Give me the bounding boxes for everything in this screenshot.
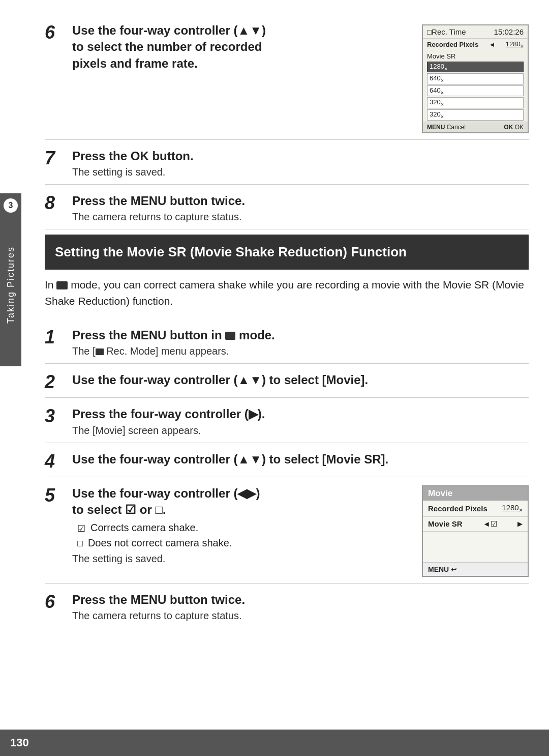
step-8-first-title: Press the MENU button twice. <box>72 193 529 209</box>
movie-screen-spacer <box>423 532 528 562</box>
rec-time: 15:02:26 <box>494 27 524 36</box>
step-num-5-new: 5 <box>45 486 72 505</box>
step-num-6-top: 6 <box>45 23 72 42</box>
rec-screen-items: 1280× 640× 640× 320× 320× <box>423 62 528 121</box>
step-5-desc: The setting is saved. <box>72 553 413 565</box>
step-5-item-2-text: Does not correct camera shake. <box>88 537 232 549</box>
step-6-bottom-row: 6 Press the MENU button twice. The camer… <box>45 592 529 622</box>
step-num-2-new: 2 <box>45 373 72 391</box>
chapter-number: 3 <box>4 198 18 213</box>
step-2-new-content: Use the four-way controller (▲▼) to sele… <box>72 372 529 390</box>
step-5-list: ☑ Corrects camera shake. □ Does not corr… <box>77 522 413 549</box>
step-6-top-text: 6 Use the four-way controller (▲▼) to se… <box>45 22 412 74</box>
movie-screen-sr-row: Movie SR ◄☑ ▶ <box>423 517 528 532</box>
movie-menu-label: MENU ↩ <box>428 565 457 573</box>
step-1-new-row: 1 Press the MENU button in mode. The [ R… <box>45 327 529 357</box>
step-1-new-title: Press the MENU button in mode. <box>72 327 529 343</box>
step-8-first-content: Press the MENU button twice. The camera … <box>72 193 529 223</box>
step-3-new-content: Press the four-way controller (▶). The [… <box>72 406 529 436</box>
chapter-label: Taking Pictures <box>6 246 16 324</box>
rec-item-2: 640× <box>427 85 524 97</box>
movie-pixels-value: 1280× <box>502 503 523 514</box>
rec-item-1: 640× <box>427 73 524 84</box>
page-number: 130 <box>10 736 29 749</box>
movie-pixels-label: Recorded Pixels <box>428 504 487 513</box>
checkbox-empty-icon: □ <box>77 538 83 549</box>
checkbox-checked-icon: ☑ <box>77 523 85 534</box>
step-3-new-row: 3 Press the four-way controller (▶). The… <box>45 406 529 436</box>
rec-pixels-row: Recorded Pixels ◄ 1280× <box>423 39 528 51</box>
step-5-new-content: Use the four-way controller (◀▶) to sele… <box>72 485 529 577</box>
step-7-content: Press the OK button. The setting is save… <box>72 148 529 178</box>
step-7-title: Press the OK button. <box>72 148 529 164</box>
step-5-title: Use the four-way controller (◀▶) to sele… <box>72 485 413 518</box>
step-4-new-row: 4 Use the four-way controller (▲▼) to se… <box>45 451 529 471</box>
step-5-new: 5 Use the four-way controller (◀▶) to se… <box>45 477 529 584</box>
step-4-new-title: Use the four-way controller (▲▼) to sele… <box>72 451 529 468</box>
section-title: Setting the Movie SR (Movie Shake Reduct… <box>55 244 407 259</box>
step-6-top-row: 6 Use the four-way controller (▲▼) to se… <box>45 22 412 74</box>
step-8-first-row: 8 Press the MENU button twice. The camer… <box>45 193 529 223</box>
movie-sr-value: ◄☑ <box>483 519 497 529</box>
rec-screen-header: □Rec. Time 15:02:26 <box>423 25 528 39</box>
step-5-item-1-text: Corrects camera shake. <box>90 522 198 534</box>
step-4-new-content: Use the four-way controller (▲▼) to sele… <box>72 451 529 470</box>
step-6-top-content: Use the four-way controller (▲▼) to sele… <box>72 22 412 74</box>
step-num-6-bottom: 6 <box>45 593 72 611</box>
step-6-top: 6 Use the four-way controller (▲▼) to se… <box>45 14 529 140</box>
step-5-new-row: 5 Use the four-way controller (◀▶) to se… <box>45 485 529 577</box>
arrow-right-icon: ▶ <box>517 520 523 528</box>
rec-pixels-label: Recorded Pixels <box>427 41 478 48</box>
step-1-new-desc: The [ Rec. Mode] menu appears. <box>72 345 529 357</box>
movie-screen: Movie Recorded Pixels 1280× Movie SR ◄☑ … <box>422 485 529 577</box>
movie-screen-footer: MENU ↩ <box>423 562 528 576</box>
step-6-top-layout: 6 Use the four-way controller (▲▼) to se… <box>45 22 529 133</box>
rec-item-3: 320× <box>427 97 524 108</box>
step-8-first: 8 Press the MENU button twice. The camer… <box>45 185 529 229</box>
step-4-new: 4 Use the four-way controller (▲▼) to se… <box>45 443 529 477</box>
movie-screen-title: Movie <box>423 486 528 501</box>
step-8-first-desc: The camera returns to capture status. <box>72 211 529 223</box>
section-header: Setting the Movie SR (Movie Shake Reduct… <box>45 235 529 269</box>
bottom-bar: 130 <box>0 730 549 756</box>
rec-item-0: 1280× <box>427 62 524 73</box>
step-6-bottom-title: Press the MENU button twice. <box>72 592 529 608</box>
step-5-list-item-2: □ Does not correct camera shake. <box>77 537 413 549</box>
rec-icon: □Rec. Time <box>427 27 466 36</box>
rec-moviesr-label: Movie SR <box>427 52 455 60</box>
step-2-new-title: Use the four-way controller (▲▼) to sele… <box>72 372 529 388</box>
step-num-7: 7 <box>45 149 72 167</box>
step-num-4-new: 4 <box>45 452 72 471</box>
step-num-3-new: 3 <box>45 407 72 425</box>
step-3-new: 3 Press the four-way controller (▶). The… <box>45 398 529 443</box>
step-5-list-item-1: ☑ Corrects camera shake. <box>77 522 413 534</box>
movie-screen-pixels-row: Recorded Pixels 1280× <box>423 501 528 517</box>
step-7-desc: The setting is saved. <box>72 166 529 178</box>
step-3-new-title: Press the four-way controller (▶). <box>72 406 529 422</box>
step-6-top-title: Use the four-way controller (▲▼) to sele… <box>72 22 412 72</box>
rec-screen-footer: MENU Cancel OK OK <box>423 122 528 132</box>
step-num-8-first: 8 <box>45 194 72 212</box>
rec-pixels-value: 1280× <box>506 40 524 49</box>
step-7: 7 Press the OK button. The setting is sa… <box>45 140 529 185</box>
rec-menu-label: MENU Cancel <box>427 124 466 131</box>
step-num-1-new: 1 <box>45 328 72 346</box>
rec-moviesr-row: Movie SR <box>423 51 528 62</box>
rec-time-screen: □Rec. Time 15:02:26 Recorded Pixels ◄ 12… <box>422 24 529 133</box>
main-content: 6 Use the four-way controller (▲▼) to se… <box>24 0 549 730</box>
rec-item-4: 320× <box>427 109 524 121</box>
camera-icon <box>56 281 68 289</box>
step-7-row: 7 Press the OK button. The setting is sa… <box>45 148 529 178</box>
side-tab: 3 Taking Pictures <box>0 193 21 366</box>
step-5-layout: Use the four-way controller (◀▶) to sele… <box>72 485 529 577</box>
step-1-new: 1 Press the MENU button in mode. The [ R… <box>45 319 529 364</box>
step-3-new-desc: The [Movie] screen appears. <box>72 425 529 437</box>
step-1-new-content: Press the MENU button in mode. The [ Rec… <box>72 327 529 357</box>
rec-ok-label: OK OK <box>504 124 524 131</box>
step-6-bottom-content: Press the MENU button twice. The camera … <box>72 592 529 622</box>
step-5-left: Use the four-way controller (◀▶) to sele… <box>72 485 413 565</box>
movie-sr-label: Movie SR <box>428 519 463 528</box>
step-6-bottom-desc: The camera returns to capture status. <box>72 610 529 622</box>
step-6-bottom: 6 Press the MENU button twice. The camer… <box>45 584 529 628</box>
step-2-new: 2 Use the four-way controller (▲▼) to se… <box>45 364 529 398</box>
